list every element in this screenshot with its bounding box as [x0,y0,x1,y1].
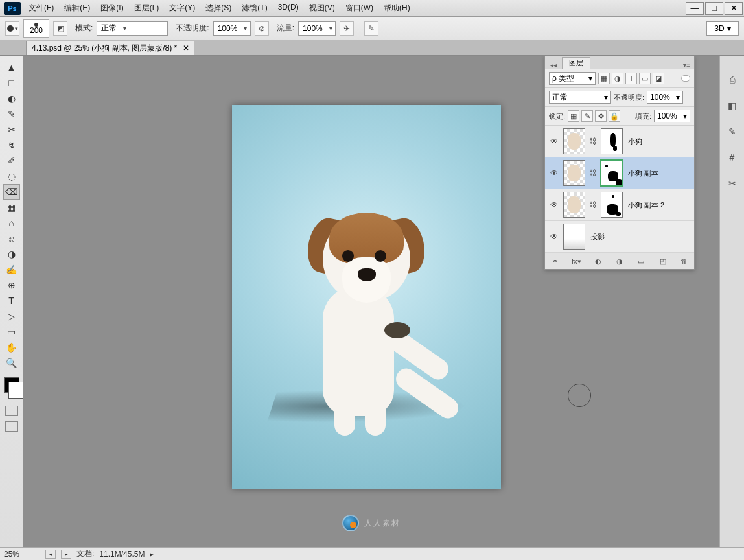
layer-filter-icon[interactable]: ◑ [612,73,623,84]
workspace-switcher[interactable]: 3D▾ [706,21,739,36]
layer-filter-icon[interactable]: ▦ [598,73,610,84]
layer-mask-link-icon[interactable]: ⛓ [589,200,597,209]
quick-mask-toggle[interactable] [5,406,18,416]
tool-button[interactable]: ⌂ [3,215,20,231]
layer-name-label[interactable]: 小狗 副本 [627,169,690,178]
opacity-input[interactable]: 100%▾ [213,21,251,36]
layers-tab[interactable]: 图层 [562,57,590,69]
visibility-toggle-icon[interactable]: 👁 [549,168,559,178]
brush-size-picker[interactable]: 200 [23,19,49,38]
lock-option-icon[interactable]: ✥ [595,110,607,122]
pressure-size-icon[interactable]: ✎ [364,21,378,36]
tool-button[interactable]: □ [3,75,20,91]
tool-button[interactable]: ✂ [3,122,20,137]
layer-mask-thumbnail[interactable] [601,128,623,154]
layers-footer-icon[interactable]: ◰ [657,256,669,266]
layer-filter-icon[interactable]: ▭ [639,73,651,84]
tool-button[interactable]: ✎ [3,106,20,122]
dock-panel-icon[interactable]: ⎙ [725,73,739,87]
layer-row[interactable]: 👁⛓小狗 [545,126,694,158]
tool-button[interactable]: ✍ [3,262,20,277]
menu-item[interactable]: 帮助(H) [378,3,415,14]
layer-filter-icon[interactable]: ◪ [653,73,664,84]
layers-footer-icon[interactable]: ▭ [635,256,647,266]
document-tab[interactable]: 4.13.psd @ 25% (小狗 副本, 图层蒙版/8) * ✕ [26,41,194,55]
minimize-button[interactable]: — [686,2,704,15]
screen-mode-toggle[interactable] [5,421,18,432]
layer-blend-mode-select[interactable]: 正常▾ [549,91,611,104]
blend-mode-select[interactable]: 正常▾ [97,21,168,36]
tool-button[interactable]: ◐ [3,91,20,106]
lock-option-icon[interactable]: ✎ [581,110,593,122]
tool-button[interactable]: ▭ [3,324,20,340]
visibility-toggle-icon[interactable]: 👁 [549,231,559,242]
dock-panel-icon[interactable]: ◧ [725,99,739,113]
layer-name-label[interactable]: 小狗 副本 2 [627,200,690,210]
visibility-toggle-icon[interactable]: 👁 [549,200,559,210]
layers-footer-icon[interactable]: ◐ [592,256,604,266]
document-tab-close-icon[interactable]: ✕ [183,43,189,52]
menu-item[interactable]: 文字(Y) [164,3,200,14]
toggle-brush-panel-icon[interactable]: ◩ [53,21,67,36]
tool-button[interactable]: ◌ [3,169,20,184]
layer-mask-link-icon[interactable]: ⛓ [589,137,597,146]
layer-thumbnail[interactable] [563,224,585,250]
tool-button[interactable]: ▦ [3,200,20,215]
status-menu-icon[interactable]: ▸ [150,550,154,559]
dock-panel-icon[interactable]: # [725,150,739,165]
layer-row[interactable]: 👁⛓小狗 副本 [545,158,694,189]
menu-item[interactable]: 图层(L) [129,3,165,14]
layer-mask-thumbnail[interactable] [601,192,623,218]
tool-button[interactable]: ▲ [3,60,20,75]
tool-button[interactable]: ▷ [3,309,20,324]
tool-button[interactable]: ⌫ [3,184,20,200]
menu-item[interactable]: 窗口(W) [340,3,378,14]
layer-name-label[interactable]: 小狗 [627,137,690,146]
airbrush-icon[interactable]: ✈ [340,21,354,36]
tool-button[interactable]: ⎌ [3,231,20,246]
lock-option-icon[interactable]: ▦ [568,110,579,122]
layers-footer-icon[interactable]: 🗑 [679,256,690,266]
menu-item[interactable]: 滤镜(T) [237,3,272,14]
menu-item[interactable]: 编辑(E) [59,3,95,14]
layer-mask-link-icon[interactable]: ⛓ [589,169,597,178]
tool-button[interactable]: ✋ [3,340,20,355]
tool-button[interactable]: ✐ [3,153,20,169]
layers-footer-icon[interactable]: ◑ [614,256,625,266]
menu-item[interactable]: 视图(V) [304,3,340,14]
menu-item[interactable]: 选择(S) [200,3,237,14]
dock-panel-icon[interactable]: ✂ [725,176,739,191]
layer-row[interactable]: 👁⛓小狗 副本 2 [545,189,694,221]
layer-mask-thumbnail[interactable] [601,160,623,186]
panel-collapse-icon[interactable]: ◂◂ [546,62,561,69]
visibility-toggle-icon[interactable]: 👁 [549,136,559,146]
layers-footer-icon[interactable]: ⚭ [549,256,561,266]
foreground-background-color[interactable] [4,377,19,393]
layer-thumbnail[interactable] [563,128,585,154]
panel-menu-icon[interactable]: ▾≡ [679,62,694,69]
tool-button[interactable]: ↯ [3,137,20,153]
lock-option-icon[interactable]: 🔒 [609,110,620,122]
maximize-button[interactable]: □ [705,2,723,15]
status-nav-left-icon[interactable]: ◂ [45,550,56,559]
tool-button[interactable]: 🔍 [3,355,20,371]
layers-footer-icon[interactable]: fx▾ [570,256,582,266]
layer-filter-icon[interactable]: T [625,73,637,84]
tool-button[interactable]: ⊕ [3,277,20,293]
menu-item[interactable]: 3D(D) [273,3,304,14]
layer-opacity-input[interactable]: 100%▾ [647,91,683,104]
zoom-level[interactable]: 25% [4,550,40,559]
tool-button[interactable]: ◑ [3,246,20,262]
pressure-opacity-icon[interactable]: ⊘ [255,21,269,36]
canvas-area[interactable]: 人人素材 ◂◂ 图层 ▾≡ ρ 类型▾ ▦◑T▭◪ 正常▾ 不透明度: [23,56,719,547]
dock-panel-icon[interactable]: ✎ [725,124,739,139]
flow-input[interactable]: 100%▾ [298,21,336,36]
close-button[interactable]: ✕ [725,2,743,15]
filter-toggle-switch[interactable] [681,75,690,82]
status-nav-right-icon[interactable]: ▸ [61,550,71,559]
layer-name-label[interactable]: 投影 [589,232,690,242]
layer-thumbnail[interactable] [563,160,585,186]
layer-thumbnail[interactable] [563,192,585,218]
fill-input[interactable]: 100%▾ [654,110,690,122]
brush-preset-icon[interactable]: ▾ [5,21,19,36]
